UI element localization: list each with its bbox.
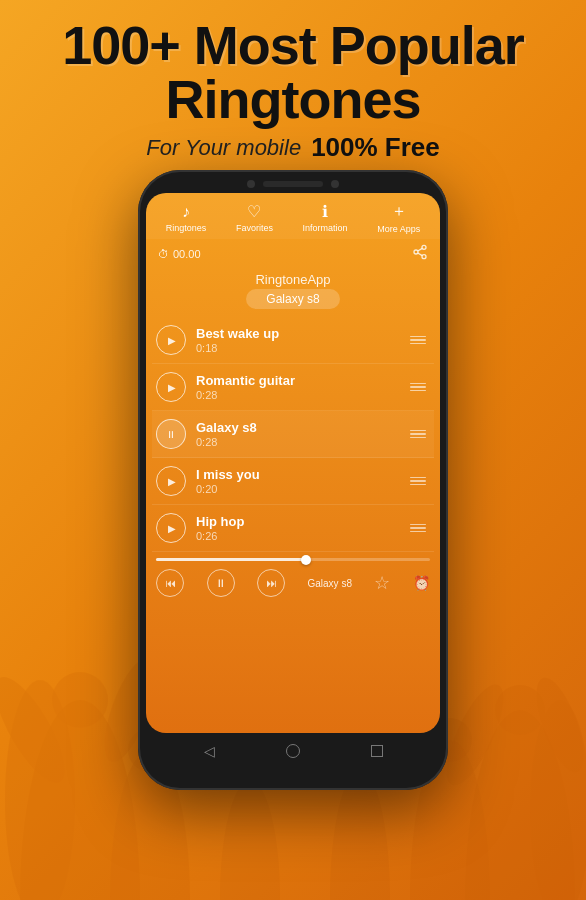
ringtones-icon: ♪ (182, 203, 190, 221)
phone-frame: ♪ Ringtones ♡ Favorites ℹ Information ＋ … (138, 170, 448, 790)
play-icon-4: ▶ (168, 476, 176, 487)
subtitle-area: For Your mobile 100% Free (0, 132, 586, 163)
rewind-button[interactable]: ⏮ (156, 569, 184, 597)
song-title-2: Romantic guitar (196, 373, 406, 388)
nav-more-apps[interactable]: ＋ More Apps (377, 201, 420, 234)
menu-line (410, 480, 426, 482)
phone-top-bar (138, 170, 448, 193)
current-track-header: Galaxy s8 (246, 289, 339, 309)
song-menu-4[interactable] (406, 475, 430, 488)
app-name: RingtoneApp (146, 272, 440, 287)
back-button[interactable]: ◁ (204, 743, 215, 759)
menu-line (410, 390, 426, 392)
nav-ringtones[interactable]: ♪ Ringtones (166, 203, 207, 233)
favorite-button[interactable]: ☆ (374, 572, 390, 594)
song-menu-3[interactable] (406, 428, 430, 441)
play-button-4[interactable]: ▶ (156, 466, 186, 496)
progress-bar-container[interactable] (146, 552, 440, 565)
menu-line (410, 336, 426, 338)
song-title-5: Hip hop (196, 514, 406, 529)
menu-line (410, 531, 426, 533)
play-button-2[interactable]: ▶ (156, 372, 186, 402)
svg-line-19 (418, 253, 423, 256)
svg-line-20 (418, 248, 423, 251)
song-title-4: I miss you (196, 467, 406, 482)
front-camera (247, 180, 255, 188)
subtitle-mobile: For Your mobile (146, 135, 301, 161)
play-icon-2: ▶ (168, 382, 176, 393)
title-line1: 100+ Most Popular (0, 18, 586, 72)
progress-fill (156, 558, 307, 561)
nav-more-label: More Apps (377, 224, 420, 234)
time-display: 00.00 (173, 248, 201, 260)
svg-point-14 (220, 780, 280, 900)
nav-information[interactable]: ℹ Information (303, 202, 348, 233)
song-info-1: Best wake up 0:18 (196, 326, 406, 354)
favorites-icon: ♡ (247, 202, 261, 221)
play-icon-5: ▶ (168, 523, 176, 534)
song-info-5: Hip hop 0:26 (196, 514, 406, 542)
menu-line (410, 437, 426, 439)
svg-point-18 (422, 255, 426, 259)
song-duration-4: 0:20 (196, 483, 406, 495)
song-title-1: Best wake up (196, 326, 406, 341)
menu-line (410, 339, 426, 341)
bottom-controls: ⏮ ⏸ ⏭ Galaxy s8 ☆ ⏰ (146, 565, 440, 601)
song-duration-1: 0:18 (196, 342, 406, 354)
song-item-4: ▶ I miss you 0:20 (152, 458, 434, 505)
sleep-timer-button[interactable]: ⏰ (413, 575, 430, 591)
play-button-1[interactable]: ▶ (156, 325, 186, 355)
play-button-5[interactable]: ▶ (156, 513, 186, 543)
app-title-area: RingtoneApp Galaxy s8 (146, 268, 440, 317)
home-button[interactable] (286, 744, 300, 758)
song-duration-2: 0:28 (196, 389, 406, 401)
svg-point-16 (422, 245, 426, 249)
song-menu-1[interactable] (406, 334, 430, 347)
song-list: ▶ Best wake up 0:18 ▶ (146, 317, 440, 552)
menu-line (410, 343, 426, 345)
current-track-name: Galaxy s8 (308, 578, 352, 589)
info-icon: ℹ (322, 202, 328, 221)
phone-screen: ♪ Ringtones ♡ Favorites ℹ Information ＋ … (146, 193, 440, 733)
song-menu-2[interactable] (406, 381, 430, 394)
sensor (331, 180, 339, 188)
subtitle-free: 100% Free (311, 132, 440, 163)
song-duration-3: 0:28 (196, 436, 406, 448)
nav-favorites[interactable]: ♡ Favorites (236, 202, 273, 233)
menu-line (410, 383, 426, 385)
more-icon: ＋ (391, 201, 407, 222)
menu-line (410, 527, 426, 529)
song-info-4: I miss you 0:20 (196, 467, 406, 495)
menu-line (410, 477, 426, 479)
svg-point-17 (414, 250, 418, 254)
menu-line (410, 524, 426, 526)
progress-track (156, 558, 430, 561)
svg-point-2 (52, 672, 108, 728)
song-title-3: Galaxy s8 (196, 420, 406, 435)
phone-bottom-bar: ◁ (138, 735, 448, 767)
forward-button[interactable]: ⏭ (257, 569, 285, 597)
menu-line (410, 386, 426, 388)
nav-favorites-label: Favorites (236, 223, 273, 233)
song-info-2: Romantic guitar 0:28 (196, 373, 406, 401)
phone-speaker (263, 181, 323, 187)
share-icon[interactable] (412, 244, 428, 263)
progress-dot[interactable] (301, 555, 311, 565)
song-item-5: ▶ Hip hop 0:26 (152, 505, 434, 552)
menu-line (410, 484, 426, 486)
song-item-3: ⏸ Galaxy s8 0:28 (152, 411, 434, 458)
pause-button-3[interactable]: ⏸ (156, 419, 186, 449)
pause-button-main[interactable]: ⏸ (207, 569, 235, 597)
song-info-3: Galaxy s8 0:28 (196, 420, 406, 448)
status-bar: ⏱ 00.00 (146, 239, 440, 268)
status-time: ⏱ 00.00 (158, 248, 201, 260)
song-item-2: ▶ Romantic guitar 0:28 (152, 364, 434, 411)
play-icon-1: ▶ (168, 335, 176, 346)
nav-information-label: Information (303, 223, 348, 233)
menu-line (410, 433, 426, 435)
menu-line (410, 430, 426, 432)
song-duration-5: 0:26 (196, 530, 406, 542)
song-menu-5[interactable] (406, 522, 430, 535)
song-item-1: ▶ Best wake up 0:18 (152, 317, 434, 364)
recents-button[interactable] (371, 745, 383, 757)
